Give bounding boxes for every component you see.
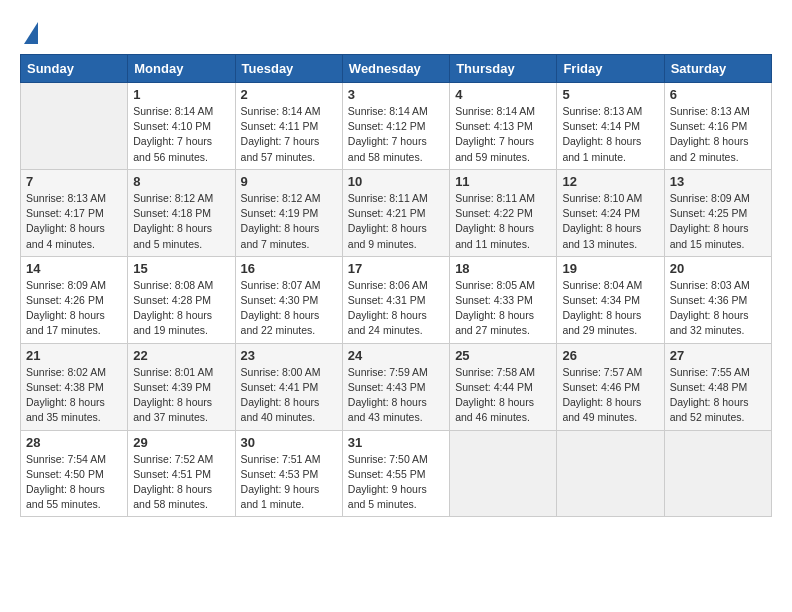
day-detail: Sunrise: 8:13 AM Sunset: 4:14 PM Dayligh…: [562, 104, 658, 165]
calendar-cell: 5Sunrise: 8:13 AM Sunset: 4:14 PM Daylig…: [557, 83, 664, 170]
day-number: 26: [562, 348, 658, 363]
day-number: 23: [241, 348, 337, 363]
calendar-week-row: 14Sunrise: 8:09 AM Sunset: 4:26 PM Dayli…: [21, 256, 772, 343]
day-detail: Sunrise: 8:11 AM Sunset: 4:22 PM Dayligh…: [455, 191, 551, 252]
day-detail: Sunrise: 7:58 AM Sunset: 4:44 PM Dayligh…: [455, 365, 551, 426]
calendar-cell: 19Sunrise: 8:04 AM Sunset: 4:34 PM Dayli…: [557, 256, 664, 343]
day-number: 9: [241, 174, 337, 189]
day-number: 19: [562, 261, 658, 276]
day-number: 29: [133, 435, 229, 450]
day-number: 2: [241, 87, 337, 102]
day-detail: Sunrise: 8:12 AM Sunset: 4:19 PM Dayligh…: [241, 191, 337, 252]
calendar-week-row: 7Sunrise: 8:13 AM Sunset: 4:17 PM Daylig…: [21, 169, 772, 256]
calendar-cell: 17Sunrise: 8:06 AM Sunset: 4:31 PM Dayli…: [342, 256, 449, 343]
calendar-cell: 21Sunrise: 8:02 AM Sunset: 4:38 PM Dayli…: [21, 343, 128, 430]
day-number: 12: [562, 174, 658, 189]
day-number: 21: [26, 348, 122, 363]
weekday-header-monday: Monday: [128, 55, 235, 83]
weekday-header-thursday: Thursday: [450, 55, 557, 83]
day-number: 28: [26, 435, 122, 450]
day-detail: Sunrise: 8:14 AM Sunset: 4:12 PM Dayligh…: [348, 104, 444, 165]
day-detail: Sunrise: 8:11 AM Sunset: 4:21 PM Dayligh…: [348, 191, 444, 252]
day-detail: Sunrise: 8:05 AM Sunset: 4:33 PM Dayligh…: [455, 278, 551, 339]
weekday-header-row: SundayMondayTuesdayWednesdayThursdayFrid…: [21, 55, 772, 83]
day-detail: Sunrise: 7:54 AM Sunset: 4:50 PM Dayligh…: [26, 452, 122, 513]
calendar-cell: 16Sunrise: 8:07 AM Sunset: 4:30 PM Dayli…: [235, 256, 342, 343]
day-detail: Sunrise: 8:00 AM Sunset: 4:41 PM Dayligh…: [241, 365, 337, 426]
day-number: 5: [562, 87, 658, 102]
day-detail: Sunrise: 8:12 AM Sunset: 4:18 PM Dayligh…: [133, 191, 229, 252]
day-number: 6: [670, 87, 766, 102]
calendar-cell: 18Sunrise: 8:05 AM Sunset: 4:33 PM Dayli…: [450, 256, 557, 343]
weekday-header-sunday: Sunday: [21, 55, 128, 83]
calendar-cell: 27Sunrise: 7:55 AM Sunset: 4:48 PM Dayli…: [664, 343, 771, 430]
calendar-cell: 23Sunrise: 8:00 AM Sunset: 4:41 PM Dayli…: [235, 343, 342, 430]
day-detail: Sunrise: 8:14 AM Sunset: 4:11 PM Dayligh…: [241, 104, 337, 165]
day-detail: Sunrise: 7:57 AM Sunset: 4:46 PM Dayligh…: [562, 365, 658, 426]
calendar-cell: 20Sunrise: 8:03 AM Sunset: 4:36 PM Dayli…: [664, 256, 771, 343]
weekday-header-tuesday: Tuesday: [235, 55, 342, 83]
day-detail: Sunrise: 8:06 AM Sunset: 4:31 PM Dayligh…: [348, 278, 444, 339]
day-number: 25: [455, 348, 551, 363]
day-number: 1: [133, 87, 229, 102]
day-detail: Sunrise: 8:03 AM Sunset: 4:36 PM Dayligh…: [670, 278, 766, 339]
calendar-week-row: 1Sunrise: 8:14 AM Sunset: 4:10 PM Daylig…: [21, 83, 772, 170]
day-detail: Sunrise: 8:14 AM Sunset: 4:13 PM Dayligh…: [455, 104, 551, 165]
day-number: 13: [670, 174, 766, 189]
calendar-cell: 25Sunrise: 7:58 AM Sunset: 4:44 PM Dayli…: [450, 343, 557, 430]
day-detail: Sunrise: 8:07 AM Sunset: 4:30 PM Dayligh…: [241, 278, 337, 339]
calendar-cell: 15Sunrise: 8:08 AM Sunset: 4:28 PM Dayli…: [128, 256, 235, 343]
calendar-cell: 14Sunrise: 8:09 AM Sunset: 4:26 PM Dayli…: [21, 256, 128, 343]
day-detail: Sunrise: 8:13 AM Sunset: 4:17 PM Dayligh…: [26, 191, 122, 252]
day-number: 10: [348, 174, 444, 189]
calendar-cell: 10Sunrise: 8:11 AM Sunset: 4:21 PM Dayli…: [342, 169, 449, 256]
logo: [20, 20, 38, 44]
calendar-cell: 1Sunrise: 8:14 AM Sunset: 4:10 PM Daylig…: [128, 83, 235, 170]
day-number: 30: [241, 435, 337, 450]
calendar-cell: 6Sunrise: 8:13 AM Sunset: 4:16 PM Daylig…: [664, 83, 771, 170]
calendar-cell: 2Sunrise: 8:14 AM Sunset: 4:11 PM Daylig…: [235, 83, 342, 170]
day-number: 17: [348, 261, 444, 276]
day-number: 24: [348, 348, 444, 363]
day-detail: Sunrise: 7:51 AM Sunset: 4:53 PM Dayligh…: [241, 452, 337, 513]
day-detail: Sunrise: 7:52 AM Sunset: 4:51 PM Dayligh…: [133, 452, 229, 513]
calendar-cell: 12Sunrise: 8:10 AM Sunset: 4:24 PM Dayli…: [557, 169, 664, 256]
day-detail: Sunrise: 8:10 AM Sunset: 4:24 PM Dayligh…: [562, 191, 658, 252]
calendar-week-row: 28Sunrise: 7:54 AM Sunset: 4:50 PM Dayli…: [21, 430, 772, 517]
day-number: 4: [455, 87, 551, 102]
calendar-cell: [21, 83, 128, 170]
day-detail: Sunrise: 8:09 AM Sunset: 4:25 PM Dayligh…: [670, 191, 766, 252]
day-detail: Sunrise: 8:09 AM Sunset: 4:26 PM Dayligh…: [26, 278, 122, 339]
day-number: 27: [670, 348, 766, 363]
day-detail: Sunrise: 8:13 AM Sunset: 4:16 PM Dayligh…: [670, 104, 766, 165]
day-detail: Sunrise: 8:01 AM Sunset: 4:39 PM Dayligh…: [133, 365, 229, 426]
weekday-header-saturday: Saturday: [664, 55, 771, 83]
calendar-cell: [450, 430, 557, 517]
day-detail: Sunrise: 7:50 AM Sunset: 4:55 PM Dayligh…: [348, 452, 444, 513]
calendar-cell: 4Sunrise: 8:14 AM Sunset: 4:13 PM Daylig…: [450, 83, 557, 170]
calendar-cell: 8Sunrise: 8:12 AM Sunset: 4:18 PM Daylig…: [128, 169, 235, 256]
calendar-cell: 29Sunrise: 7:52 AM Sunset: 4:51 PM Dayli…: [128, 430, 235, 517]
day-number: 20: [670, 261, 766, 276]
calendar-cell: [557, 430, 664, 517]
calendar-cell: [664, 430, 771, 517]
calendar-cell: 28Sunrise: 7:54 AM Sunset: 4:50 PM Dayli…: [21, 430, 128, 517]
calendar-cell: 24Sunrise: 7:59 AM Sunset: 4:43 PM Dayli…: [342, 343, 449, 430]
day-number: 18: [455, 261, 551, 276]
calendar-cell: 11Sunrise: 8:11 AM Sunset: 4:22 PM Dayli…: [450, 169, 557, 256]
calendar-cell: 22Sunrise: 8:01 AM Sunset: 4:39 PM Dayli…: [128, 343, 235, 430]
day-detail: Sunrise: 8:02 AM Sunset: 4:38 PM Dayligh…: [26, 365, 122, 426]
day-number: 11: [455, 174, 551, 189]
day-number: 31: [348, 435, 444, 450]
day-number: 15: [133, 261, 229, 276]
weekday-header-friday: Friday: [557, 55, 664, 83]
header: [20, 20, 772, 44]
day-number: 8: [133, 174, 229, 189]
day-number: 7: [26, 174, 122, 189]
calendar-cell: 13Sunrise: 8:09 AM Sunset: 4:25 PM Dayli…: [664, 169, 771, 256]
day-detail: Sunrise: 7:59 AM Sunset: 4:43 PM Dayligh…: [348, 365, 444, 426]
day-detail: Sunrise: 8:04 AM Sunset: 4:34 PM Dayligh…: [562, 278, 658, 339]
day-number: 22: [133, 348, 229, 363]
calendar-cell: 7Sunrise: 8:13 AM Sunset: 4:17 PM Daylig…: [21, 169, 128, 256]
calendar-week-row: 21Sunrise: 8:02 AM Sunset: 4:38 PM Dayli…: [21, 343, 772, 430]
